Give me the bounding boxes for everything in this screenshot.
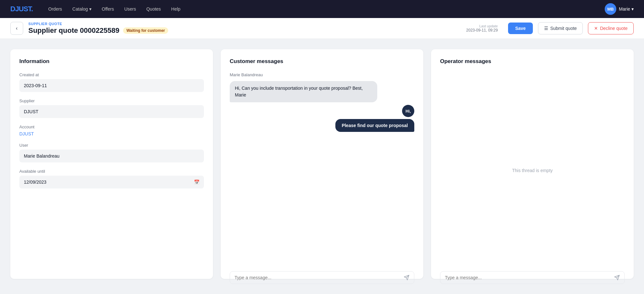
last-update: Last update 2023-09-11, 09:29 [466, 24, 498, 32]
breadcrumb: Supplier Quote [28, 22, 461, 26]
save-button[interactable]: Save [508, 23, 533, 34]
supplier-value: DJUST [19, 105, 204, 118]
quote-title-text: Supplier quote 0000225589 [28, 26, 119, 35]
customer-messages-title: Customer messages [230, 58, 414, 65]
logo-dot: . [31, 5, 33, 13]
account-field: Account DJUST [19, 124, 204, 136]
submit-icon: ☰ [544, 26, 548, 31]
page-title: Supplier quote 0000225589 Waiting for cu… [28, 26, 461, 35]
supplier-field: Supplier DJUST [19, 98, 204, 118]
calendar-icon: 📅 [194, 179, 199, 185]
nav-help[interactable]: Help [171, 6, 180, 12]
last-update-value: 2023-09-11, 09:29 [466, 28, 498, 32]
decline-quote-button[interactable]: ✕ Decline quote [588, 22, 634, 34]
operator-messages-container: This thread is empty [440, 72, 625, 284]
empty-thread-text: This thread is empty [440, 72, 625, 269]
back-button[interactable]: ‹ [10, 22, 23, 35]
reply-small: Hi, [402, 105, 414, 117]
customer-messages-body: Marie Balandreau Hi, Can you include tra… [230, 72, 414, 269]
available-until-text: 12/09/2023 [24, 179, 46, 185]
submit-quote-button[interactable]: ☰ Submit quote [538, 22, 583, 34]
customer-message-1: Hi, Can you include transportation in yo… [230, 81, 377, 102]
customer-messages-card: Customer messages Marie Balandreau Hi, C… [221, 49, 423, 279]
avatar: MB [605, 3, 616, 15]
info-title: Information [19, 58, 204, 65]
user-name: Marie ▾ [619, 6, 634, 12]
user-label: User [19, 143, 204, 148]
title-group: Supplier Quote Supplier quote 0000225589… [28, 22, 461, 35]
logo-text: DJUST [10, 5, 31, 13]
info-card: Information Created at 2023-09-11 Suppli… [10, 49, 213, 279]
send-icon [404, 275, 409, 280]
nav-users[interactable]: Users [124, 6, 136, 12]
customer-message-sender: Marie Balandreau [230, 72, 414, 77]
created-at-field: Created at 2023-09-11 [19, 72, 204, 92]
decline-label: Decline quote [600, 26, 628, 31]
operator-messages-title: Operator messages [440, 58, 625, 65]
operator-send-button[interactable] [614, 275, 620, 280]
nav-catalog[interactable]: Catalog ▾ [72, 6, 91, 12]
reply-group: Hi, Please find our quote proposal [230, 105, 414, 132]
supplier-label: Supplier [19, 98, 204, 103]
user-field: User Marie Balandreau [19, 143, 204, 162]
account-value[interactable]: DJUST [19, 131, 204, 136]
last-update-label: Last update [466, 24, 498, 28]
navigation: DJUST. Orders Catalog ▾ Offers Users Quo… [0, 0, 644, 18]
customer-message-input[interactable] [235, 275, 400, 280]
header-bar: ‹ Supplier Quote Supplier quote 00002255… [0, 18, 644, 39]
created-at-value: 2023-09-11 [19, 79, 204, 92]
decline-icon: ✕ [594, 26, 598, 31]
status-badge: Waiting for customer [123, 27, 168, 34]
main-content: Information Created at 2023-09-11 Suppli… [0, 39, 644, 289]
account-label: Account [19, 124, 204, 129]
reply-large: Please find our quote proposal [335, 119, 414, 132]
nav-quotes[interactable]: Quotes [146, 6, 161, 12]
operator-message-input-row[interactable] [440, 271, 625, 284]
available-until-field: Available until 12/09/2023 📅 [19, 169, 204, 188]
send-icon [614, 275, 620, 280]
user-menu[interactable]: MB Marie ▾ [605, 3, 634, 15]
submit-label: Submit quote [550, 26, 577, 31]
customer-message-input-row[interactable] [230, 271, 414, 284]
available-until-label: Available until [19, 169, 204, 174]
available-until-value[interactable]: 12/09/2023 📅 [19, 176, 204, 188]
customer-messages-container: Marie Balandreau Hi, Can you include tra… [230, 72, 414, 284]
nav-offers[interactable]: Offers [102, 6, 114, 12]
logo: DJUST. [10, 5, 33, 13]
created-at-label: Created at [19, 72, 204, 77]
user-value: Marie Balandreau [19, 150, 204, 162]
customer-send-button[interactable] [404, 275, 409, 280]
operator-messages-card: Operator messages This thread is empty [431, 49, 634, 279]
operator-message-input[interactable] [445, 275, 611, 280]
nav-orders[interactable]: Orders [48, 6, 62, 12]
